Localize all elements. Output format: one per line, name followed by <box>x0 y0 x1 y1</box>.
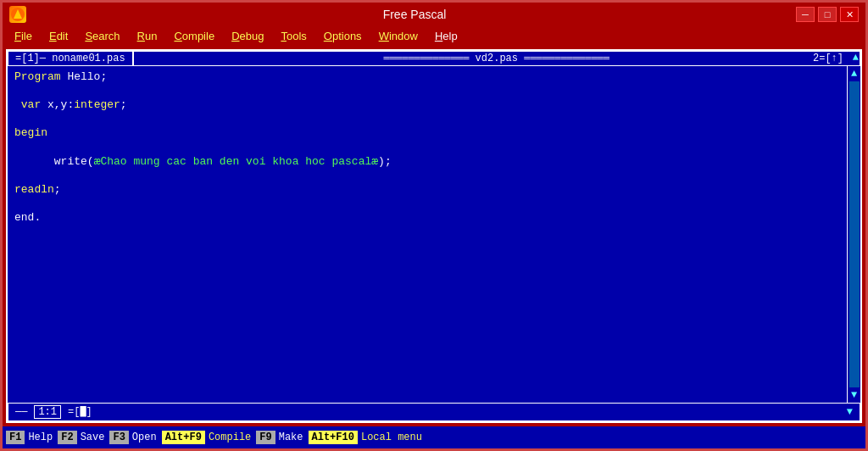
f3-key[interactable]: F3 <box>109 431 128 444</box>
main-area: =[1]─ noname01.pas ══════════════ vd2.pa… <box>3 46 865 426</box>
bottom-bar: F1 Help F2 Save F3 Open Alt+F9 Compile F… <box>3 426 865 448</box>
code-area[interactable]: Program Hello; var x,y:integer; begin wr… <box>8 66 847 403</box>
status-indicator: =[█] <box>68 406 92 418</box>
altf9-label: Compile <box>207 431 256 444</box>
editor-container: =[1]─ noname01.pas ══════════════ vd2.pa… <box>6 49 862 423</box>
title-text: Free Pascal <box>383 8 447 21</box>
tab-bar: =[1]─ noname01.pas ══════════════ vd2.pa… <box>8 51 860 66</box>
f2-key[interactable]: F2 <box>58 431 76 444</box>
maximize-button[interactable]: □ <box>818 7 837 22</box>
f9-key[interactable]: F9 <box>256 431 275 444</box>
menu-run[interactable]: Run <box>129 28 166 44</box>
menu-bar: File Edit Search Run Compile Debug Tools… <box>3 26 865 46</box>
f1-label: Help <box>26 431 58 444</box>
scroll-up-icon[interactable]: ▲ <box>849 66 859 81</box>
menu-tools[interactable]: Tools <box>272 28 314 44</box>
scroll-down-icon[interactable]: ▼ <box>849 387 859 403</box>
f3-label: Open <box>131 431 162 444</box>
status-bar: ── 1:1 =[█] ▼ <box>8 403 860 421</box>
altf9-key[interactable]: Alt+F9 <box>162 431 205 444</box>
title-center: Free Pascal <box>33 8 796 21</box>
tab-vd2[interactable]: ══════════════ vd2.pas ══════════════ <box>133 51 860 65</box>
minimize-button[interactable]: ─ <box>796 7 815 22</box>
menu-help[interactable]: Help <box>426 28 466 44</box>
title-bar-left <box>9 6 33 23</box>
f1-key[interactable]: F1 <box>6 431 25 444</box>
close-button[interactable]: ✕ <box>840 7 859 22</box>
window-controls: ─ □ ✕ <box>796 7 859 22</box>
app-window: Free Pascal ─ □ ✕ File Edit Search Run C… <box>0 0 868 451</box>
f2-label: Save <box>79 431 110 444</box>
f9-label: Make <box>277 431 309 444</box>
tab-noname[interactable]: =[1]─ noname01.pas <box>8 51 133 65</box>
scroll-indicator-bottom-right: ▼ <box>847 406 853 418</box>
menu-search[interactable]: Search <box>76 28 128 44</box>
status-position-box: 1:1 <box>34 405 61 419</box>
menu-edit[interactable]: Edit <box>41 28 76 44</box>
title-bar: Free Pascal ─ □ ✕ <box>3 3 865 26</box>
menu-options[interactable]: Options <box>315 28 370 44</box>
menu-debug[interactable]: Debug <box>223 28 272 44</box>
app-icon <box>9 6 26 23</box>
scrollbar-right[interactable]: ▲ ▼ <box>847 66 860 403</box>
menu-compile[interactable]: Compile <box>165 28 223 44</box>
altf10-key[interactable]: Alt+F10 <box>309 431 358 444</box>
tab-number-right: 2=[↑] <box>813 53 843 64</box>
altf10-label: Local menu <box>359 431 427 444</box>
scroll-thumb[interactable] <box>849 81 860 387</box>
menu-window[interactable]: Window <box>370 28 426 44</box>
tab-scroll-right-icon[interactable]: ▲ <box>853 52 859 64</box>
editor-body[interactable]: Program Hello; var x,y:integer; begin wr… <box>8 66 860 403</box>
menu-file[interactable]: File <box>6 28 41 44</box>
status-bracket-left: ── <box>15 406 27 418</box>
